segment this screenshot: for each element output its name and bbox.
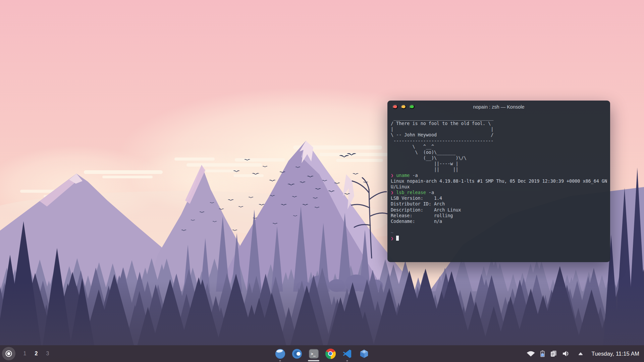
sphere-app-icon[interactable] xyxy=(274,345,286,362)
taskbar-left: 123 xyxy=(2,345,51,362)
minimize-button[interactable] xyxy=(401,105,406,109)
launcher-button[interactable] xyxy=(2,347,15,360)
volume-icon[interactable] xyxy=(562,350,570,357)
terminal-text: _____________________________________ / … xyxy=(391,115,607,241)
konsole-window[interactable]: nopain : zsh — Konsole _________________… xyxy=(387,101,610,262)
window-controls xyxy=(392,105,415,109)
system-tray: Tuesday, 11:15 AM xyxy=(526,345,644,362)
clock[interactable]: Tuesday, 11:15 AM xyxy=(591,351,639,357)
wifi-icon[interactable] xyxy=(526,350,535,357)
chrome-app-icon[interactable] xyxy=(325,345,336,362)
maximize-button[interactable] xyxy=(409,105,415,109)
running-indicator xyxy=(346,360,348,361)
workspace-1[interactable]: 1 xyxy=(21,351,28,357)
active-indicator xyxy=(308,360,319,361)
running-indicator xyxy=(279,360,281,361)
vscode-app-icon[interactable] xyxy=(341,345,353,362)
desktop: nopain : zsh — Konsole _________________… xyxy=(0,0,644,362)
workspace-switcher: 123 xyxy=(21,351,51,357)
close-button[interactable] xyxy=(392,105,398,109)
terminal-content[interactable]: _____________________________________ / … xyxy=(387,113,610,241)
workspace-2-active[interactable]: 2 xyxy=(33,351,40,357)
taskbar: 123 >_ xyxy=(0,345,644,362)
workspace-3[interactable]: 3 xyxy=(44,351,51,357)
panel-expand-icon[interactable] xyxy=(578,351,584,356)
cube-app-icon[interactable] xyxy=(358,345,370,362)
window-titlebar[interactable]: nopain : zsh — Konsole xyxy=(387,101,610,113)
window-title: nopain : zsh — Konsole xyxy=(387,104,610,110)
toggle-app-icon[interactable] xyxy=(291,345,303,362)
app-dock: >_ xyxy=(274,345,370,362)
battery-charging-icon[interactable] xyxy=(540,350,545,357)
launcher-icon xyxy=(5,350,12,357)
terminal-app-icon[interactable]: >_ xyxy=(308,345,319,362)
svg-text:>_: >_ xyxy=(311,351,315,356)
clipboard-icon[interactable] xyxy=(550,350,557,357)
